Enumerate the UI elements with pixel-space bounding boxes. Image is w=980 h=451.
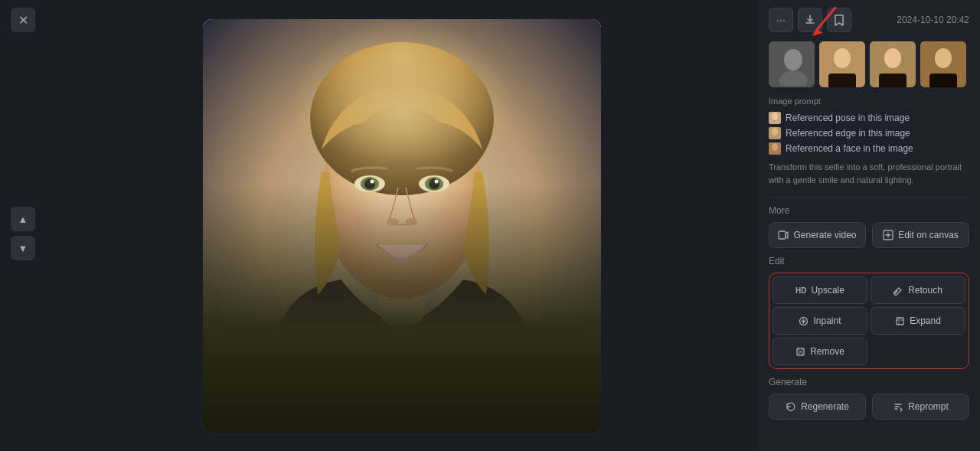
more-options-button[interactable]: ···: [769, 8, 793, 32]
timestamp: 2024-10-10 20:42: [897, 15, 969, 25]
close-button[interactable]: ✕: [11, 8, 35, 32]
svg-point-4: [310, 42, 494, 195]
svg-point-22: [834, 48, 851, 68]
download-icon: [804, 14, 816, 26]
more-actions-row: Generate video Edit on canvas: [769, 222, 969, 248]
svg-point-12: [435, 179, 439, 183]
portrait-image: [203, 19, 601, 433]
edit-section-label: Edit: [769, 256, 969, 266]
svg-rect-17: [203, 325, 601, 433]
remove-button[interactable]: Remove: [773, 338, 867, 365]
prompt-description: Transform this selfie into a soft, profe…: [769, 161, 969, 186]
svg-point-33: [772, 128, 778, 136]
nav-arrows: ▲ ▼: [11, 207, 35, 260]
svg-point-9: [364, 178, 375, 189]
svg-rect-39: [897, 318, 903, 325]
left-sidebar: ✕ ▲ ▼: [0, 0, 46, 451]
edit-grid: HD Upscale Retouch Inpaint: [769, 273, 969, 369]
prompt-item-2[interactable]: Referenced edge in this image: [769, 127, 969, 139]
svg-rect-2: [379, 272, 425, 325]
right-panel: ··· 2024-10-10 20:42: [758, 0, 980, 451]
nav-up-button[interactable]: ▲: [11, 207, 35, 231]
prompt-label-2: Referenced edge in this image: [786, 128, 910, 139]
more-icon: ···: [776, 14, 786, 26]
svg-point-1: [295, 333, 509, 433]
retouch-label: Retouch: [908, 285, 942, 296]
inpaint-label: Inpaint: [813, 315, 841, 326]
thumbnail-4[interactable]: [920, 41, 966, 87]
prompt-items: Referenced pose in this image Referenced…: [769, 112, 969, 155]
download-button[interactable]: [798, 8, 822, 32]
edit-on-canvas-label: Edit on canvas: [898, 230, 959, 240]
reprompt-icon: [893, 401, 903, 412]
thumb-image-3: [870, 41, 916, 87]
canvas-icon: [883, 230, 893, 240]
divider-1: [769, 197, 969, 198]
prompt-icon-3: [769, 142, 781, 155]
svg-point-10: [429, 178, 439, 189]
svg-point-19: [784, 49, 802, 70]
svg-point-31: [772, 113, 778, 120]
generate-actions-row: Regenerate Reprompt: [769, 394, 969, 420]
svg-point-3: [322, 92, 482, 299]
reprompt-label: Reprompt: [908, 401, 949, 412]
thumb-image-2: [819, 41, 865, 87]
generate-section-label: Generate: [769, 377, 969, 387]
svg-point-14: [405, 218, 417, 226]
retouch-icon: [893, 286, 903, 296]
prompt-label-3: Referenced a face in the image: [786, 143, 913, 154]
portrait-image-container: [203, 19, 601, 433]
header-actions: ···: [769, 8, 851, 32]
edit-row-1: HD Upscale Retouch: [773, 276, 965, 304]
video-icon: [778, 230, 789, 240]
retouch-button[interactable]: Retouch: [871, 276, 965, 304]
svg-rect-23: [828, 74, 856, 87]
svg-point-13: [387, 218, 399, 226]
svg-rect-36: [779, 231, 786, 239]
thumbnail-1[interactable]: [769, 41, 815, 87]
thumbnail-2[interactable]: [819, 41, 865, 87]
image-prompt-title: Image prompt: [769, 96, 969, 106]
bookmark-icon: [834, 14, 844, 26]
svg-point-28: [935, 48, 952, 68]
hd-icon: HD: [795, 286, 806, 295]
svg-rect-0: [203, 19, 601, 433]
expand-icon: [895, 316, 905, 326]
chevron-up-icon: ▲: [18, 214, 28, 225]
upscale-button[interactable]: HD Upscale: [773, 276, 867, 304]
svg-point-7: [361, 177, 379, 191]
inpaint-icon: [799, 316, 808, 326]
svg-point-8: [425, 177, 443, 191]
regenerate-button[interactable]: Regenerate: [769, 394, 866, 420]
svg-point-6: [419, 175, 449, 192]
regenerate-label: Regenerate: [801, 401, 849, 412]
edit-row-3: Remove: [773, 338, 965, 365]
prompt-item-1[interactable]: Referenced pose in this image: [769, 112, 969, 124]
expand-button[interactable]: Expand: [871, 307, 965, 335]
main-image-area: [46, 0, 758, 451]
thumb-image-4: [920, 41, 966, 87]
edit-on-canvas-button[interactable]: Edit on canvas: [872, 222, 969, 248]
prompt-icon-2: [769, 127, 781, 139]
svg-point-25: [884, 48, 901, 68]
edit-row-2: Inpaint Expand: [773, 307, 965, 335]
svg-point-5: [354, 175, 385, 192]
nav-down-button[interactable]: ▼: [11, 236, 35, 260]
reprompt-button[interactable]: Reprompt: [872, 394, 969, 420]
regenerate-icon: [786, 401, 796, 412]
close-icon: ✕: [18, 13, 28, 28]
svg-point-35: [772, 143, 778, 151]
expand-label: Expand: [910, 315, 941, 326]
generate-video-button[interactable]: Generate video: [769, 222, 866, 248]
inpaint-button[interactable]: Inpaint: [773, 307, 867, 335]
bookmark-button[interactable]: [827, 8, 851, 32]
more-section-label: More: [769, 205, 969, 216]
panel-header: ··· 2024-10-10 20:42: [769, 8, 969, 32]
svg-rect-29: [929, 74, 957, 87]
thumbnail-3[interactable]: [870, 41, 916, 87]
upscale-label: Upscale: [812, 285, 844, 296]
svg-point-15: [335, 208, 369, 229]
prompt-item-3[interactable]: Referenced a face in the image: [769, 142, 969, 155]
remove-icon: [795, 347, 805, 357]
remove-label: Remove: [810, 346, 844, 357]
